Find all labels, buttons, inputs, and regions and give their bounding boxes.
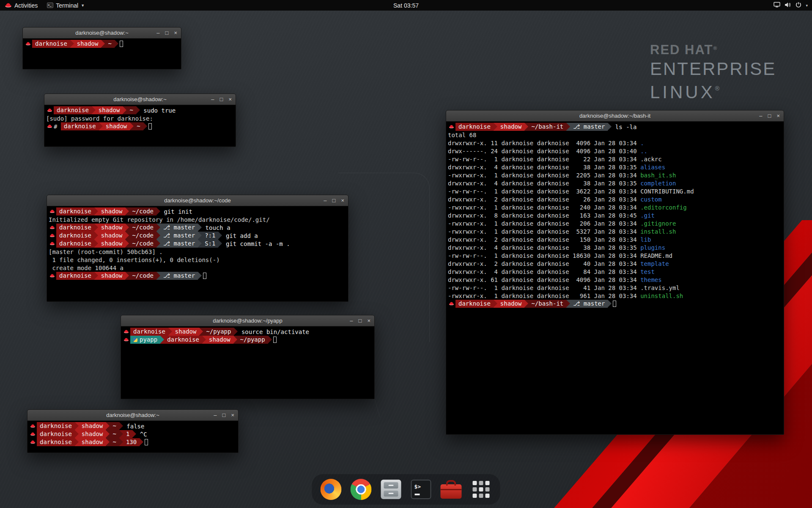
- terminal-line: darknoiseshadow~/bash-it⎇ master ls -la: [448, 123, 782, 131]
- terminal-content[interactable]: darknoiseshadow~ falsedarknoiseshadow~1 …: [27, 421, 238, 446]
- powerline-separator-icon: [198, 232, 202, 240]
- prompt-segment-path: ~: [110, 422, 119, 430]
- minimize-button[interactable]: –: [211, 94, 214, 105]
- window-titlebar[interactable]: darknoise@shadow:~/bash-it–□×: [446, 110, 784, 121]
- dock-item-app-grid[interactable]: [470, 478, 493, 501]
- terminal-content[interactable]: darknoiseshadow~ sudo true[sudo] passwor…: [44, 105, 236, 130]
- dock-item-files[interactable]: [380, 478, 403, 501]
- file-name: install.sh: [640, 228, 676, 235]
- powerline-separator-icon: [156, 232, 160, 240]
- terminal-window[interactable]: darknoise@shadow:~–□×darknoiseshadow~: [22, 27, 181, 69]
- terminal-line: -rwxrwxr-x. 1 darknoise darknoise 240 Ja…: [448, 203, 782, 211]
- powerline-separator-icon: [608, 300, 612, 308]
- terminal-content[interactable]: darknoiseshadow~/bash-it⎇ master ls -lat…: [446, 121, 784, 308]
- prompt-segment-user: darknoise: [37, 438, 75, 446]
- close-button[interactable]: ×: [776, 110, 780, 121]
- powerline-separator-icon: [233, 336, 237, 344]
- prompt-segment-host: shadow: [79, 430, 106, 438]
- output-text: Initialized empty Git repository in /hom…: [49, 216, 270, 223]
- powerline-separator-icon: [218, 240, 222, 248]
- maximize-button[interactable]: □: [220, 94, 223, 105]
- prompt-segment-host: shadow: [98, 240, 126, 248]
- terminal-line: drwxrwxr-x. 2 darknoise darknoise 26 Jan…: [448, 195, 782, 203]
- prompt-segment-user: darknoise: [61, 122, 99, 130]
- file-name: bash_it.sh: [640, 172, 676, 179]
- powerline-separator-icon: [94, 272, 98, 280]
- brand-linux: LINUX®: [650, 79, 776, 102]
- dock-item-chrome[interactable]: [350, 478, 373, 501]
- close-button[interactable]: ×: [174, 28, 177, 39]
- terminal-line: darknoiseshadow~/code⎇ master touch a: [49, 224, 346, 232]
- minimize-button[interactable]: –: [156, 28, 159, 39]
- maximize-button[interactable]: □: [165, 28, 169, 39]
- dock-item-firefox[interactable]: [320, 478, 343, 501]
- minimize-button[interactable]: –: [214, 410, 217, 421]
- file-name: .: [640, 140, 644, 146]
- file-name: aliases: [640, 164, 665, 171]
- terminal-content[interactable]: darknoiseshadow~: [23, 39, 181, 48]
- prompt-segment-host: shadow: [497, 123, 525, 131]
- powerline-separator-icon: [75, 438, 79, 446]
- terminal-window[interactable]: darknoise@shadow:~–□×darknoiseshadow~ su…: [44, 94, 236, 147]
- prompt-segment-path: ~: [110, 438, 119, 446]
- window-title: darknoise@shadow:~: [44, 96, 236, 102]
- file-name: .ackrc: [640, 156, 662, 163]
- powerline-separator-icon: [524, 300, 528, 308]
- prompt-segment-user: darknoise: [130, 328, 168, 336]
- display-icon: [774, 2, 780, 9]
- terminal-window[interactable]: darknoise@shadow:~–□×darknoiseshadow~ fa…: [27, 409, 239, 453]
- terminal-window[interactable]: darknoise@shadow:~/code–□×darknoiseshado…: [47, 195, 348, 302]
- terminal-line: darknoiseshadow~/code⎇ masterS:1 git com…: [49, 240, 346, 248]
- terminal-window[interactable]: darknoise@shadow:~/bash-it–□×darknoisesh…: [446, 110, 784, 435]
- text-cursor: [120, 41, 123, 47]
- window-title: darknoise@shadow:~/bash-it: [446, 113, 784, 119]
- minimize-button[interactable]: –: [759, 110, 762, 121]
- maximize-button[interactable]: □: [222, 410, 226, 421]
- system-status-area[interactable]: ▾: [769, 0, 812, 11]
- prompt-segment-path: ~/bash-it: [528, 300, 566, 308]
- prompt-segment-git: ⎇ master: [160, 232, 198, 240]
- clock[interactable]: Sat 03:57: [0, 2, 812, 9]
- redhat-prompt-icon: [49, 240, 56, 248]
- window-titlebar[interactable]: darknoise@shadow:~–□×: [27, 410, 238, 421]
- text-cursor: [203, 273, 206, 279]
- minimize-button[interactable]: –: [324, 195, 326, 206]
- command-text: git init: [160, 208, 192, 215]
- terminal-line: drwxrwxr-x. 8 darknoise darknoise 163 Ja…: [448, 211, 782, 219]
- window-titlebar[interactable]: darknoise@shadow:~–□×: [44, 94, 236, 105]
- maximize-button[interactable]: □: [332, 195, 336, 206]
- window-titlebar[interactable]: darknoise@shadow:~–□×: [23, 28, 181, 39]
- window-titlebar[interactable]: darknoise@shadow:~/pyapp–□×: [121, 315, 374, 326]
- close-button[interactable]: ×: [231, 410, 234, 421]
- maximize-button[interactable]: □: [768, 110, 771, 121]
- text-cursor: [613, 301, 616, 307]
- prompt-segment-path: ~/code: [129, 224, 156, 232]
- close-button[interactable]: ×: [341, 195, 344, 206]
- prompt-segment-host: shadow: [98, 232, 126, 240]
- prompt-segment-path: ~/bash-it: [528, 123, 566, 131]
- prompt-segment-host: shadow: [79, 422, 106, 430]
- output-text: -rwxrwxr-x. 1 darknoise darknoise 2205 J…: [448, 172, 640, 179]
- dock-item-terminal[interactable]: $>: [410, 478, 433, 501]
- window-titlebar[interactable]: darknoise@shadow:~/code–□×: [47, 195, 348, 206]
- dock-item-software-toolbox[interactable]: [440, 478, 463, 501]
- maximize-button[interactable]: □: [359, 315, 362, 326]
- powerline-separator-icon: [101, 40, 105, 48]
- minimize-button[interactable]: –: [350, 315, 353, 326]
- redhat-prompt-icon: [29, 430, 36, 438]
- prompt-segment-path: ~: [105, 40, 114, 48]
- close-button[interactable]: ×: [228, 94, 232, 105]
- powerline-separator-icon: [119, 438, 123, 446]
- terminal-icon: $>: [411, 480, 431, 499]
- terminal-line: # darknoiseshadow~: [46, 122, 234, 130]
- output-text: drwxrwxr-x. 11 darknoise darknoise 4096 …: [448, 140, 640, 146]
- output-text: drwxrwxr-x. 2 darknoise darknoise 150 Ja…: [448, 236, 640, 243]
- text-cursor: [145, 439, 148, 445]
- powerline-separator-icon: [198, 240, 202, 248]
- terminal-window[interactable]: darknoise@shadow:~/pyapp–□×darknoiseshad…: [121, 315, 375, 399]
- terminal-content[interactable]: darknoiseshadow~/pyapp source bin/activa…: [121, 326, 374, 344]
- powerline-separator-icon: [94, 232, 98, 240]
- redhat-prompt-icon: [49, 224, 56, 232]
- terminal-content[interactable]: darknoiseshadow~/code git initInitialize…: [47, 206, 348, 280]
- close-button[interactable]: ×: [367, 315, 370, 326]
